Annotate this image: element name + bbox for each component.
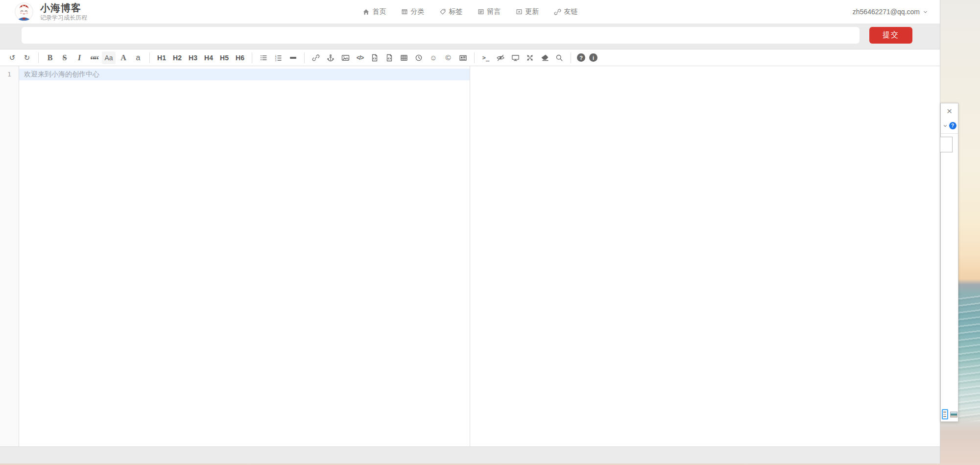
editor-body: 1 欢迎来到小海的创作中心 [0,66,940,446]
info-icon[interactable]: i [589,53,598,62]
ucwords-icon[interactable]: Aa [102,51,116,64]
comment-icon [478,8,484,15]
category-icon [401,8,408,15]
close-icon[interactable]: × [947,106,952,116]
line-number-gutter: 1 [0,66,19,446]
post-title-input[interactable] [22,27,860,44]
goto-line-icon[interactable]: >_ [479,51,493,64]
panel-bottom-icons [942,409,957,419]
quote-icon[interactable]: ““ [87,49,101,66]
uppercase-icon[interactable]: A [117,51,130,64]
active-line: 欢迎来到小海的创作中心 [19,69,470,80]
code-block-icon[interactable] [382,51,396,64]
toolbar-divider [571,52,571,63]
watch-icon[interactable] [494,51,507,64]
toolbar-divider [149,52,150,63]
svg-text:3: 3 [275,58,276,61]
markdown-editor: ↺↻BSI““AaAaH1H2H3H4H5H6123</>☺©>_?i 1 欢迎… [0,49,940,447]
emoji-icon[interactable]: ☺ [427,51,440,64]
submit-button[interactable]: 提交 [869,27,912,44]
editor-toolbar: ↺↻BSI““AaAaH1H2H3H4H5H6123</>☺©>_?i [0,49,940,66]
main-nav: 首页分类标签留言更新友链 [0,0,940,24]
table-icon[interactable] [397,51,411,64]
panel-input-box[interactable] [940,137,953,152]
redo-icon[interactable]: ↻ [20,51,34,64]
home-icon [362,8,370,16]
strikethrough-icon[interactable]: S [58,51,72,64]
site-subtitle: 记录学习成长历程 [40,15,87,22]
clear-icon[interactable] [538,51,551,64]
undo-icon[interactable]: ↺ [5,51,19,64]
nav-item-label: 分类 [411,7,425,16]
h4-button[interactable]: H4 [202,51,215,64]
toolbar-divider [38,52,39,63]
nav-item-label: 友链 [564,7,578,16]
tag-icon [439,8,446,15]
chevron-down-icon [923,9,928,15]
markdown-preview-pane [470,66,940,446]
h3-button[interactable]: H3 [186,51,200,64]
site-header: 小海博客 记录学习成长历程 首页分类标签留言更新友链 zh56462271@qq… [0,0,940,24]
site-title: 小海博客 [40,2,87,14]
nav-item-tags[interactable]: 标签 [439,7,463,16]
nav-item-links[interactable]: 友链 [554,7,578,16]
help-icon[interactable]: ? [577,53,585,62]
code-pane: 1 欢迎来到小海的创作中心 [0,66,470,446]
nav-item-label: 首页 [373,7,386,16]
line-number: 1 [0,69,19,80]
nav-item-home[interactable]: 首页 [362,7,386,16]
h1-button[interactable]: H1 [155,51,168,64]
page-container: 小海博客 记录学习成长历程 首页分类标签留言更新友链 zh56462271@qq… [0,0,940,464]
toolbar-divider [252,52,252,63]
nav-item-category[interactable]: 分类 [401,7,425,16]
bold-icon[interactable]: B [43,51,57,64]
link-icon[interactable] [309,51,323,64]
toolbar-divider [474,52,475,63]
toolbar-divider [304,52,305,63]
chevron-down-icon[interactable] [943,123,948,128]
preview-icon[interactable] [508,51,522,64]
post-compose-bar: 提交 [0,24,940,47]
html-entities-icon[interactable]: © [441,51,455,64]
panel-header-row: ? [941,122,958,134]
image-thumbnail-icon[interactable] [950,412,957,417]
editor-placeholder: 欢迎来到小海的创作中心 [24,70,99,79]
datetime-icon[interactable] [412,51,426,64]
inline-code-icon[interactable]: </> [353,51,367,64]
search-icon[interactable] [552,51,566,64]
list-ul-icon[interactable] [257,51,270,64]
help-badge-icon[interactable]: ? [949,122,956,129]
code-input-area[interactable]: 欢迎来到小海的创作中心 [19,66,470,446]
nav-item-updates[interactable]: 更新 [516,7,539,16]
user-account-dropdown[interactable]: zh56462271@qq.com [853,0,928,24]
list-view-icon[interactable] [942,409,948,419]
extension-side-panel: × ? [940,103,958,422]
h6-button[interactable]: H6 [233,51,247,64]
h5-button[interactable]: H5 [217,51,231,64]
site-logo-avatar[interactable] [15,2,33,21]
link-icon [554,8,561,16]
preformatted-text-icon[interactable] [368,51,382,64]
nav-item-label: 更新 [526,7,539,16]
fullscreen-icon[interactable] [523,51,537,64]
hr-icon[interactable] [286,51,300,64]
caret-square-up-icon [516,8,523,15]
pagebreak-icon[interactable] [456,51,470,64]
cartoon-avatar-icon [15,2,33,21]
list-ol-icon[interactable]: 123 [271,51,285,64]
image-icon[interactable] [338,51,352,64]
italic-icon[interactable]: I [72,51,86,64]
nav-item-message[interactable]: 留言 [478,7,501,16]
nav-item-label: 标签 [449,7,463,16]
nav-item-label: 留言 [487,7,501,16]
h2-button[interactable]: H2 [170,51,184,64]
site-title-block: 小海博客 记录学习成长历程 [40,2,87,22]
anchor-icon[interactable] [324,51,337,64]
user-email: zh56462271@qq.com [853,8,920,16]
lowercase-icon[interactable]: a [131,51,145,64]
